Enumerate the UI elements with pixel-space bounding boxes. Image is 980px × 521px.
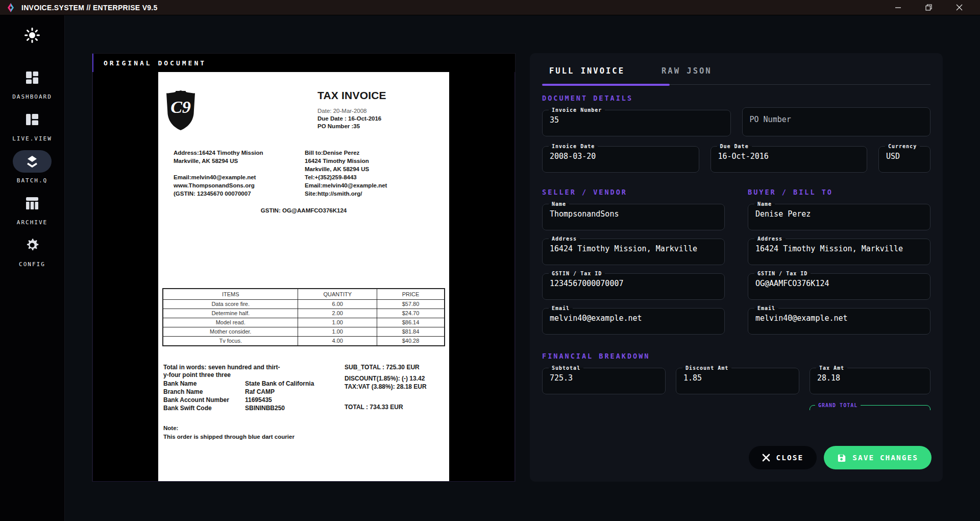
- buyer-name-field[interactable]: Name Denise Perez: [748, 201, 930, 230]
- price-column-header: PRICE: [377, 289, 445, 300]
- item-cell: Determine half.: [163, 309, 298, 318]
- bank-detail-row: Bank Account Number 11695435: [163, 396, 314, 404]
- invoice-gstin-line: GSTIN: OG@AAMFCO376K124: [158, 207, 449, 214]
- field-value: Denise Perez: [749, 207, 929, 219]
- sidebar-item-label: ARCHIVE: [17, 219, 47, 226]
- minimize-button[interactable]: [889, 2, 906, 14]
- field-label: Subtotal: [549, 365, 583, 371]
- field-value: 28.18: [811, 371, 929, 383]
- field-placeholder: PO Number: [744, 108, 929, 124]
- field-value: OG@AAMFCO376K124: [749, 276, 929, 288]
- field-label: Name: [754, 201, 775, 207]
- field-label: Email: [754, 305, 778, 311]
- bill-to-block: Bill to:Denise Perez 16424 Timothy Missi…: [305, 149, 434, 198]
- field-value: 16-Oct-2016: [712, 149, 866, 161]
- qty-cell: 1.00: [298, 318, 377, 327]
- field-label: Discount Amt: [682, 365, 731, 371]
- buyer-gstin-field[interactable]: GSTIN / Tax ID OG@AAMFCO376K124: [748, 271, 930, 300]
- field-value: ThompsonandSons: [544, 207, 723, 219]
- field-label: Due Date: [717, 144, 752, 149]
- invoice-logo-shield-icon: C9: [164, 89, 197, 131]
- invoice-due-line: Due Date : 16-Oct-2016: [317, 115, 420, 122]
- sidebar-item-archive[interactable]: ARCHIVE: [13, 192, 52, 226]
- field-value: 725.3: [544, 371, 664, 383]
- sidebar-item-label: DASHBOARD: [12, 93, 52, 100]
- bank-detail-row: Branch Name Raf CAMP: [163, 388, 314, 396]
- bank-label: Bank Name: [163, 380, 245, 388]
- close-button[interactable]: CLOSE: [749, 446, 817, 469]
- field-label: Email: [549, 305, 573, 311]
- field-label: GRAND TOTAL: [815, 402, 861, 408]
- note-text: This order is shipped through blue dart …: [163, 433, 444, 441]
- tax-amt-field[interactable]: Tax Amt 28.18: [810, 365, 930, 394]
- buyer-email-field[interactable]: Email melvin40@example.net: [748, 305, 930, 335]
- field-value: 2008-03-20: [544, 149, 698, 161]
- seller-gstin-field[interactable]: GSTIN / Tax ID 1234567000070007: [542, 271, 725, 300]
- total-line: TOTAL : 734.33 EUR: [345, 404, 444, 411]
- price-cell: $57.80: [377, 299, 445, 309]
- qty-cell: 6.00: [298, 299, 377, 309]
- discount-amt-field[interactable]: Discount Amt 1.85: [676, 365, 799, 394]
- grand-total-field[interactable]: GRAND TOTAL: [810, 402, 930, 410]
- invoice-title: TAX INVOICE: [317, 89, 420, 102]
- layout-icon: [25, 113, 39, 126]
- dashboard-icon: [25, 70, 39, 85]
- field-value: USD: [880, 149, 929, 161]
- active-tab-underline: [542, 84, 670, 86]
- invoice-number-field[interactable]: Invoice Number 35: [542, 107, 731, 136]
- invoice-page: C9 TAX INVOICE Date: 20-Mar-2008 Due Dat…: [158, 72, 449, 482]
- subtotal-field[interactable]: Subtotal 725.3: [542, 365, 666, 394]
- theme-toggle-button[interactable]: [23, 27, 41, 44]
- tab-raw-json[interactable]: RAW JSON: [654, 66, 719, 76]
- item-cell: Model read.: [163, 318, 298, 327]
- seller-email-field[interactable]: Email melvin40@example.net: [542, 305, 725, 335]
- section-financial-breakdown: FINANCIAL BREAKDOWN: [542, 352, 930, 360]
- bank-detail-row: Bank Name State Bank of California: [163, 380, 314, 388]
- bank-label: Bank Account Number: [163, 396, 245, 404]
- items-column-header: ITEMS: [163, 289, 298, 300]
- table-row: Model read. 1.00 $86.14: [163, 318, 445, 327]
- layers-icon: [25, 154, 39, 169]
- table-row: Determine half. 2.00 $24.70: [163, 309, 445, 318]
- table-row: Tv focus. 4.00 $40.28: [163, 336, 445, 346]
- invoice-date-line: Date: 20-Mar-2008: [317, 108, 420, 114]
- maximize-button[interactable]: [920, 2, 937, 14]
- invoice-po-line: PO Number :35: [317, 123, 420, 129]
- invoice-logo-text: C9: [170, 98, 191, 116]
- tab-full-invoice[interactable]: FULL INVOICE: [542, 66, 632, 76]
- original-document-panel: ORIGINAL DOCUMENT C9 TAX INVOICE: [92, 53, 516, 482]
- section-buyer-bill-to: BUYER / BILL TO: [748, 188, 930, 196]
- invoice-detail-panel: FULL INVOICE RAW JSON DOCUMENT DETAILS I…: [530, 53, 943, 482]
- bank-label: Branch Name: [163, 388, 245, 396]
- sidebar-item-label: LIVE.VIEW: [12, 135, 52, 142]
- note-label: Note:: [163, 424, 444, 433]
- tax-line: TAX:VAT (3.88%): 28.18 EUR: [345, 383, 444, 390]
- bank-value: SBININBB250: [245, 404, 285, 412]
- subtotal-line: SUB_TOTAL : 725.30 EUR: [345, 364, 444, 371]
- buyer-address-field[interactable]: Address 16424 Timothy Mission, Markville: [748, 236, 930, 265]
- save-changes-button[interactable]: SAVE CHANGES: [824, 446, 932, 469]
- sidebar-item-label: CONFIG: [19, 261, 45, 268]
- seller-name-field[interactable]: Name ThompsonandSons: [542, 201, 725, 230]
- currency-field[interactable]: Currency USD: [878, 144, 930, 173]
- seller-address-field[interactable]: Address 16424 Timothy Mission, Markville: [542, 236, 725, 265]
- field-label: Invoice Number: [549, 107, 605, 113]
- document-viewer: C9 TAX INVOICE Date: 20-Mar-2008 Due Dat…: [92, 72, 515, 482]
- sidebar-item-live-view[interactable]: LIVE.VIEW: [12, 108, 52, 142]
- total-in-words: Total in words: seven hundred and thirt-…: [163, 364, 314, 380]
- qty-cell: 1.00: [298, 327, 377, 336]
- qty-cell: 2.00: [298, 309, 377, 318]
- close-window-button[interactable]: [950, 2, 968, 14]
- invoice-date-field[interactable]: Invoice Date 2008-03-20: [542, 144, 699, 173]
- close-button-label: CLOSE: [776, 454, 804, 462]
- item-cell: Data score fire.: [163, 299, 298, 309]
- sidebar-item-config[interactable]: CONFIG: [13, 234, 52, 268]
- field-value: 35: [544, 113, 729, 125]
- bank-value: Raf CAMP: [245, 388, 275, 396]
- sidebar-item-dashboard[interactable]: DASHBOARD: [12, 66, 52, 100]
- section-document-details: DOCUMENT DETAILS: [542, 94, 930, 102]
- sidebar-item-batch-q[interactable]: BATCH.Q: [13, 150, 52, 184]
- po-number-field[interactable]: PO Number: [742, 107, 931, 136]
- due-date-field[interactable]: Due Date 16-Oct-2016: [710, 144, 868, 173]
- field-value: 16424 Timothy Mission, Markville: [749, 242, 929, 253]
